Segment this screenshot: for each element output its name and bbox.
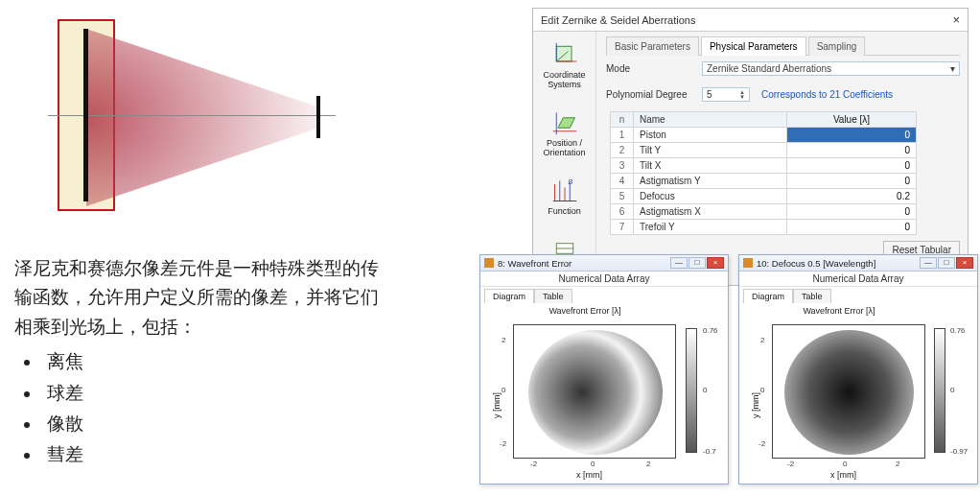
close-button[interactable]: × — [707, 257, 724, 269]
maximize-button[interactable]: □ — [688, 257, 706, 269]
window-titlebar: 8: Wavefront Error — □ × — [480, 255, 728, 272]
table-row[interactable]: 1Piston0 — [611, 128, 917, 143]
mode-select[interactable]: Zernike Standard Aberrations ▾ — [702, 61, 960, 76]
coefficients-link[interactable]: Corresponds to 21 Coefficients — [761, 89, 893, 100]
grating-icon: B — [551, 177, 578, 204]
spinner-icon: ▲▼ — [739, 90, 745, 100]
side-label: Function — [548, 207, 581, 217]
minimize-button[interactable]: — — [670, 257, 688, 269]
aberration-dialog: Edit Zernike & Seidel Aberrations × Coor… — [532, 8, 968, 286]
table-row[interactable]: 3Tilt X0 — [611, 158, 917, 174]
close-icon[interactable]: × — [952, 12, 960, 27]
table-row[interactable]: 5Defocus0.2 — [611, 189, 917, 204]
svg-rect-17 — [743, 258, 753, 268]
dialog-side-nav: Coordinate Systems Position / Orientatio… — [533, 32, 596, 283]
degree-value: 5 — [707, 89, 712, 100]
tab-sampling[interactable]: Sampling — [808, 36, 866, 56]
plot-title: Wavefront Error [λ] — [739, 306, 939, 316]
side-label: Position / Orientation — [539, 139, 590, 158]
bullet-astigmatism: 像散 — [41, 410, 379, 438]
chevron-down-icon: ▾ — [950, 63, 955, 74]
colorbar — [686, 328, 697, 453]
app-icon — [484, 258, 494, 268]
plot-title: Wavefront Error [λ] — [480, 306, 689, 316]
lens-element-bar — [83, 29, 88, 201]
svg-marker-0 — [86, 29, 319, 206]
cube-axes-icon — [551, 41, 578, 68]
image-plane-bar — [316, 96, 320, 138]
y-axis-label: y [mm] — [492, 392, 502, 418]
side-function[interactable]: B Function — [537, 172, 592, 223]
bullet-defocus: 离焦 — [41, 347, 379, 376]
defocus-plot: Wavefront Error [λ] 0.76 0 -0.97 y [mm] … — [739, 303, 977, 482]
bullet-spherical: 球差 — [41, 379, 379, 408]
bullet-coma: 彗差 — [41, 440, 379, 469]
defocus-window: 10: Defocus 0.5 [Wavelength] — □ × Numer… — [738, 254, 978, 484]
degree-label: Polynomial Degree — [606, 89, 702, 100]
svg-marker-5 — [558, 118, 575, 129]
coefficient-table[interactable]: n Name Value [λ] 1Piston02Tilt Y03Tilt X… — [610, 111, 917, 235]
tab-table[interactable]: Table — [534, 289, 572, 303]
maximize-button[interactable]: □ — [938, 257, 955, 269]
x-axis-label: x [mm] — [576, 470, 602, 480]
wavefront-error-window: 8: Wavefront Error — □ × Numerical Data … — [479, 254, 729, 484]
table-row[interactable]: 2Tilt Y0 — [611, 143, 917, 158]
side-position-orientation[interactable]: Position / Orientation — [537, 104, 592, 164]
svg-text:B: B — [568, 178, 572, 185]
light-cone-icon — [86, 29, 321, 206]
tab-table[interactable]: Table — [793, 289, 831, 303]
dialog-title-text: Edit Zernike & Seidel Aberrations — [541, 14, 695, 26]
x-axis-label: x [mm] — [830, 470, 856, 480]
y-axis-label: y [mm] — [751, 392, 760, 418]
description-block: 泽尼克和赛德尔像差元件是一种特殊类型的传输函数，允许用户定义所需的像差，并将它们… — [14, 254, 379, 472]
tab-physical-parameters[interactable]: Physical Parameters — [701, 36, 806, 56]
window-title-text: 8: Wavefront Error — [498, 258, 572, 269]
description-paragraph: 泽尼克和赛德尔像差元件是一种特殊类型的传输函数，允许用户定义所需的像差，并将它们… — [14, 254, 379, 342]
tab-diagram[interactable]: Diagram — [743, 289, 793, 303]
dialog-tabs: Basic Parameters Physical Parameters Sam… — [606, 35, 960, 56]
mode-select-value: Zernike Standard Aberrations — [707, 63, 831, 74]
app-icon — [743, 258, 753, 268]
mode-label: Mode — [606, 63, 702, 74]
svg-rect-16 — [484, 258, 494, 268]
close-button[interactable]: × — [956, 257, 973, 269]
tab-basic-parameters[interactable]: Basic Parameters — [606, 36, 699, 56]
dialog-titlebar: Edit Zernike & Seidel Aberrations × — [533, 9, 968, 32]
side-label: Coordinate Systems — [539, 71, 590, 90]
plane-axes-icon — [551, 109, 578, 136]
side-coordinate-systems[interactable]: Coordinate Systems — [537, 35, 592, 96]
tab-diagram[interactable]: Diagram — [484, 289, 534, 303]
optical-axis-line — [48, 115, 336, 116]
table-row[interactable]: 7Trefoil Y0 — [611, 220, 917, 235]
wavefront-plot: Wavefront Error [λ] 0.76 0 -0.7 y [mm] x… — [480, 303, 728, 482]
minimize-button[interactable]: — — [920, 257, 937, 269]
window-subtitle: Numerical Data Array — [480, 272, 728, 287]
degree-spinbox[interactable]: 5 ▲▼ — [702, 87, 750, 102]
window-title-text: 10: Defocus 0.5 [Wavelength] — [757, 258, 875, 269]
aberration-diagram — [38, 10, 316, 240]
window-subtitle: Numerical Data Array — [739, 272, 977, 287]
table-row[interactable]: 6Astigmatism X0 — [611, 204, 917, 220]
window-titlebar: 10: Defocus 0.5 [Wavelength] — □ × — [739, 255, 977, 272]
table-row[interactable]: 4Astigmatism Y0 — [611, 174, 917, 189]
colorbar — [934, 328, 945, 453]
